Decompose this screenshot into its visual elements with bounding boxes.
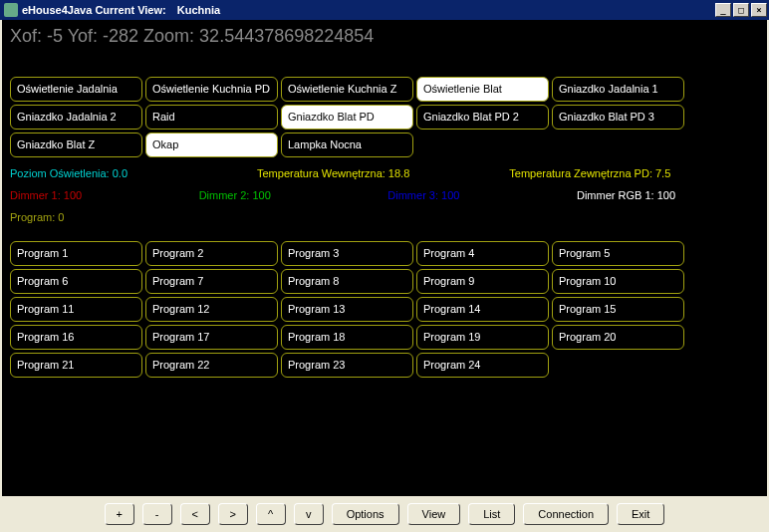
- programs-grid: Program 1Program 2Program 3Program 4Prog…: [10, 241, 759, 378]
- device-button[interactable]: Gniazdko Blat Z: [10, 133, 142, 157]
- program-button[interactable]: Program 5: [552, 241, 684, 266]
- sensor-row: Poziom Oświetlenia: 0.0 Temperatura Wewn…: [10, 167, 759, 179]
- device-button[interactable]: Gniazdko Jadalnia 2: [10, 105, 142, 130]
- zoom-out-button[interactable]: -: [142, 503, 172, 525]
- device-button[interactable]: Oświetlenie Kuchnia Z: [281, 77, 413, 102]
- program-button[interactable]: Program 10: [552, 269, 684, 294]
- program-button[interactable]: Program 19: [416, 325, 549, 350]
- temp-external: Temperatura Zewnętrzna PD: 7.5: [509, 167, 670, 179]
- program-button[interactable]: Program 15: [552, 297, 684, 322]
- title-current-view: Kuchnia: [177, 4, 220, 16]
- close-button[interactable]: ×: [751, 3, 767, 17]
- device-button[interactable]: Gniazdko Blat PD 3: [552, 105, 684, 130]
- program-button[interactable]: Program 18: [281, 325, 413, 350]
- program-button[interactable]: Program 23: [281, 353, 413, 378]
- device-button[interactable]: Gniazdko Jadalnia 1: [552, 77, 684, 102]
- program-button[interactable]: Program 22: [145, 353, 278, 378]
- pan-left-button[interactable]: <: [180, 503, 210, 525]
- app-icon: [4, 3, 18, 17]
- device-button[interactable]: Raid: [145, 105, 278, 130]
- temp-internal: Temperatura Wewnętrzna: 18.8: [257, 167, 409, 179]
- main-canvas: Xof: -5 Yof: -282 Zoom: 32.5443786982248…: [2, 20, 767, 496]
- program-button[interactable]: Program 20: [552, 325, 684, 350]
- dimmer-row: Dimmer 1: 100 Dimmer 2: 100 Dimmer 3: 10…: [10, 189, 675, 201]
- pan-down-button[interactable]: v: [294, 503, 324, 525]
- connection-button[interactable]: Connection: [523, 503, 609, 525]
- list-button[interactable]: List: [468, 503, 515, 525]
- program-button[interactable]: Program 1: [10, 241, 142, 266]
- device-button[interactable]: Gniazdko Blat PD: [281, 105, 413, 130]
- device-button[interactable]: Okap: [145, 133, 278, 157]
- program-button[interactable]: Program 8: [281, 269, 413, 294]
- program-button[interactable]: Program 12: [145, 297, 278, 322]
- program-button[interactable]: Program 16: [10, 325, 142, 350]
- dimmer-rgb: Dimmer RGB 1: 100: [577, 189, 675, 201]
- device-button[interactable]: Oświetlenie Kuchnia PD: [145, 77, 278, 102]
- view-status: Xof: -5 Yof: -282 Zoom: 32.5443786982248…: [10, 26, 759, 47]
- exit-button[interactable]: Exit: [617, 503, 664, 525]
- dimmer-2: Dimmer 2: 100: [199, 189, 271, 201]
- dimmer-1: Dimmer 1: 100: [10, 189, 82, 201]
- dimmer-3: Dimmer 3: 100: [387, 189, 459, 201]
- program-current: Program: 0: [10, 211, 759, 223]
- program-button[interactable]: Program 9: [416, 269, 549, 294]
- title-prefix: eHouse4Java Current View:: [22, 4, 166, 16]
- minimize-button[interactable]: _: [715, 3, 731, 17]
- program-button[interactable]: Program 14: [416, 297, 549, 322]
- devices-grid: Oświetlenie JadalniaOświetlenie Kuchnia …: [10, 77, 759, 157]
- program-button[interactable]: Program 24: [416, 353, 549, 378]
- device-button[interactable]: Gniazdko Blat PD 2: [416, 105, 549, 130]
- bottom-toolbar: + - < > ^ v Options View List Connection…: [2, 498, 767, 530]
- zoom-in-button[interactable]: +: [105, 503, 134, 525]
- maximize-button[interactable]: □: [733, 3, 749, 17]
- program-button[interactable]: Program 11: [10, 297, 142, 322]
- device-button[interactable]: Oświetlenie Jadalnia: [10, 77, 142, 102]
- device-button[interactable]: Oświetlenie Blat: [416, 77, 549, 102]
- view-button[interactable]: View: [407, 503, 461, 525]
- light-level: Poziom Oświetlenia: 0.0: [10, 167, 128, 179]
- pan-right-button[interactable]: >: [218, 503, 248, 525]
- program-button[interactable]: Program 7: [145, 269, 278, 294]
- program-button[interactable]: Program 21: [10, 353, 142, 378]
- options-button[interactable]: Options: [332, 503, 399, 525]
- program-button[interactable]: Program 17: [145, 325, 278, 350]
- window-titlebar: eHouse4Java Current View: Kuchnia _ □ ×: [0, 0, 769, 20]
- pan-up-button[interactable]: ^: [256, 503, 286, 525]
- program-button[interactable]: Program 13: [281, 297, 413, 322]
- program-button[interactable]: Program 2: [145, 241, 278, 266]
- program-button[interactable]: Program 6: [10, 269, 142, 294]
- device-button[interactable]: Lampka Nocna: [281, 133, 413, 157]
- program-button[interactable]: Program 3: [281, 241, 413, 266]
- program-button[interactable]: Program 4: [416, 241, 549, 266]
